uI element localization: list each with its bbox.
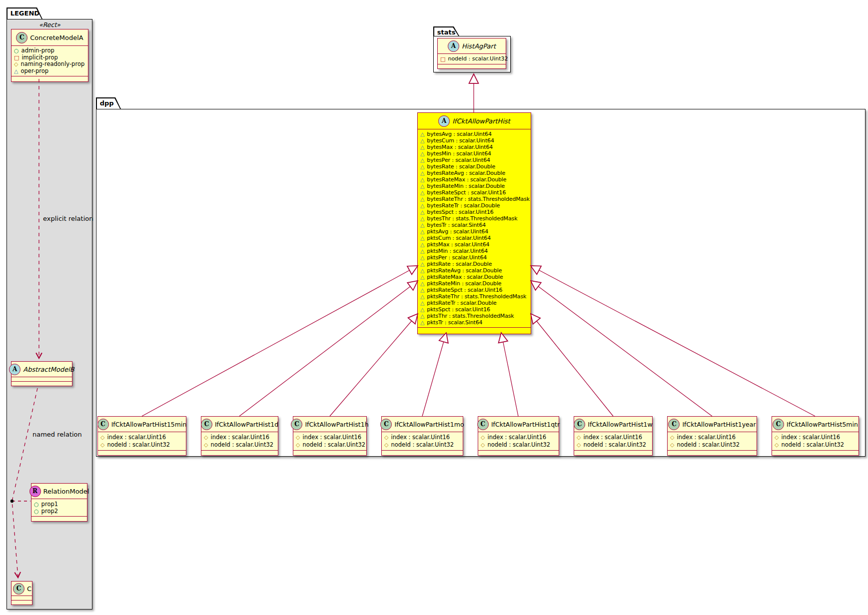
property-visibility-icon (420, 229, 424, 234)
property-label: index : scalar.Uint16 (583, 434, 642, 441)
class-header: C IfCktAllowPartHist1qtr (478, 417, 559, 432)
property-row: nodeId : scalar.Uint32 (775, 441, 856, 449)
class-header: C IfCktAllowPartHist15min (98, 417, 186, 432)
property-row: prop2 (34, 508, 84, 515)
property-visibility-icon (420, 235, 424, 241)
class-header: A IfCktAllowPartHist (418, 113, 531, 129)
class-header: C IfCktAllowPartHist1mo (382, 417, 463, 432)
property-visibility-icon (420, 300, 424, 306)
property-row: pktsRateTr : scalar.Double (420, 300, 528, 306)
class-name: IfCktAllowPartHist5min (787, 421, 858, 428)
property-label: index : scalar.Uint16 (487, 434, 546, 441)
property-visibility-icon (420, 151, 424, 156)
property-label: index : scalar.Uint16 (391, 434, 450, 441)
dpp-package-tab: dpp (96, 97, 121, 109)
fields-compartment (11, 377, 72, 381)
explicit-relation-label: explicit relation (43, 215, 93, 222)
property-visibility-icon (420, 281, 424, 286)
property-row: index : scalar.Uint16 (204, 434, 275, 441)
property-visibility-icon (14, 61, 18, 67)
property-label: bytesRateThr : stats.ThresholdedMask (427, 196, 530, 202)
methods-compartment (668, 450, 757, 455)
property-label: prop1 (41, 501, 58, 508)
class-spot-icon: C (380, 419, 392, 430)
class-spot-icon: C (773, 419, 784, 430)
class-header: C IfCktAllowPartHist5min (772, 417, 859, 432)
class-name: C (27, 585, 31, 593)
property-visibility-icon (384, 442, 388, 448)
child-class: C IfCktAllowPartHist5min index : scalar.… (772, 416, 859, 456)
property-row: pktsTr : scalar.Sint64 (420, 319, 528, 326)
property-visibility-icon (296, 435, 300, 440)
property-visibility-icon (34, 502, 39, 507)
property-label: bytesCum : scalar.Uint64 (427, 137, 494, 144)
property-visibility-icon (420, 307, 424, 312)
class-relation-model: R RelationModel prop1 prop2 (31, 483, 87, 522)
property-visibility-icon (420, 144, 424, 150)
property-label: nodeId : scalar.Uint32 (391, 441, 454, 449)
property-label: naming-readonly-prop (20, 61, 84, 68)
property-label: pktsRateMin : scalar.Double (427, 280, 501, 287)
property-row: pktsSpct : scalar.Uint16 (420, 306, 528, 313)
property-row: pktsRateAvg : scalar.Double (420, 267, 528, 274)
property-visibility-icon (420, 209, 424, 215)
child-class: C IfCktAllowPartHist1mo index : scalar.U… (381, 416, 463, 456)
property-row: pktsRateMin : scalar.Double (420, 280, 528, 287)
property-visibility-icon (670, 442, 674, 448)
property-label: index : scalar.Uint16 (677, 434, 736, 441)
property-visibility-icon (420, 242, 424, 247)
property-visibility-icon (420, 268, 424, 273)
property-row: nodeId : scalar.Uint32 (100, 441, 183, 449)
property-row: bytesMax : scalar.Uint64 (420, 144, 528, 150)
property-row: oper-prop (14, 68, 85, 75)
class-spot-icon: C (201, 419, 212, 430)
property-label: index : scalar.Uint16 (107, 434, 166, 441)
property-visibility-icon (420, 183, 424, 189)
property-visibility-icon (420, 203, 424, 208)
property-visibility-icon (420, 216, 424, 221)
property-label: admin-prop (21, 47, 54, 54)
property-row: bytesRateAvg : scalar.Double (420, 170, 528, 176)
stats-package-tab: stats (433, 26, 459, 36)
fields-compartment: bytesAvg : scalar.Uint64 bytesCum : scal… (418, 129, 531, 327)
methods-compartment (11, 76, 88, 81)
property-row: nodeId : scalar.Uint32 (384, 441, 460, 449)
property-row: pktsRateMax : scalar.Double (420, 274, 528, 280)
property-label: bytesMin : scalar.Uint64 (427, 150, 491, 157)
class-name: ConcreteModelA (30, 34, 83, 41)
property-visibility-icon (775, 435, 779, 440)
property-row: implicit-prop (14, 54, 85, 61)
property-visibility-icon (440, 56, 445, 62)
property-label: index : scalar.Uint16 (210, 434, 269, 441)
property-row: bytesTr : scalar.Sint64 (420, 222, 528, 228)
property-visibility-icon (420, 274, 424, 280)
property-row: bytesRateMin : scalar.Double (420, 183, 528, 189)
property-visibility-icon (420, 190, 424, 195)
property-visibility-icon (34, 509, 39, 514)
property-label: nodeId : scalar.Uint32 (302, 441, 365, 449)
property-row: bytesPer : scalar.Uint64 (420, 157, 528, 163)
fields-compartment (11, 596, 32, 600)
property-visibility-icon (420, 287, 424, 293)
property-row: nodeId : scalar.Uint32 (296, 441, 364, 449)
fields-compartment: prop1 prop2 (31, 499, 87, 516)
property-row: pktsRateThr : stats.ThresholdedMask (420, 293, 528, 300)
property-row: pktsRateSpct : scalar.Uint16 (420, 287, 528, 293)
class-name: AbstractModelB (23, 366, 74, 373)
class-name: IfCktAllowPartHist1w (588, 421, 652, 428)
methods-compartment (438, 64, 506, 68)
class-spot-icon: C (97, 419, 109, 430)
class-spot-icon: C (291, 419, 302, 430)
class-name: IfCktAllowPartHist1d (215, 421, 278, 428)
property-visibility-icon (420, 157, 424, 163)
legend-package-tab: LEGEND (6, 7, 42, 19)
property-row: bytesCum : scalar.Uint64 (420, 137, 528, 144)
property-label: bytesAvg : scalar.Uint64 (427, 131, 492, 137)
property-label: pktsRateSpct : scalar.Uint16 (427, 287, 502, 293)
property-row: pktsAvg : scalar.Uint64 (420, 228, 528, 235)
property-row: nodeId : scalar.Uint32 (577, 441, 650, 449)
methods-compartment (772, 450, 859, 455)
named-relation-label: named relation (32, 431, 82, 438)
property-label: prop2 (41, 508, 58, 515)
class-name: RelationModel (43, 488, 89, 495)
